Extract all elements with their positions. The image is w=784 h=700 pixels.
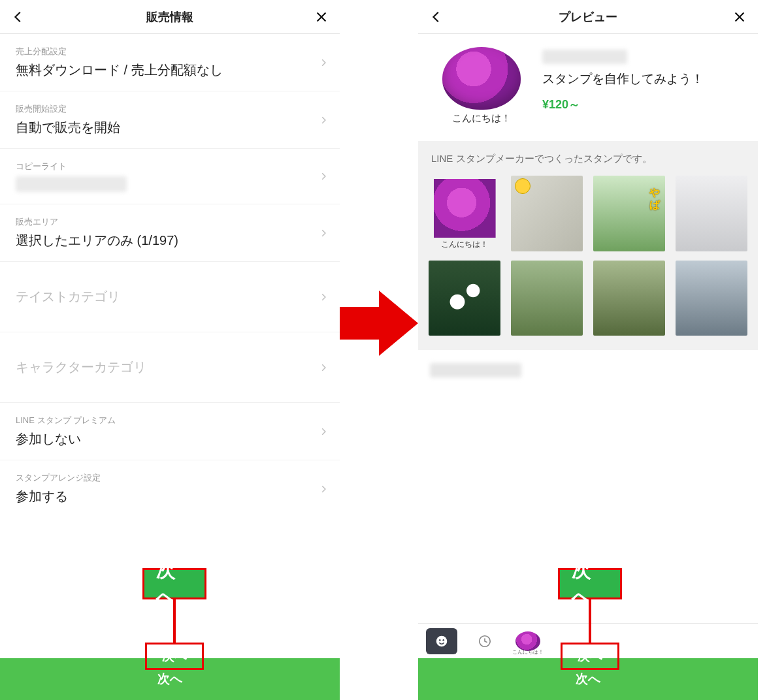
- sticker-grid: こんにちは！: [429, 176, 747, 336]
- sticker-tile[interactable]: [511, 176, 583, 251]
- sticker-tile[interactable]: [511, 261, 583, 336]
- redacted-author: [542, 50, 627, 64]
- chevron-right-icon: [319, 229, 328, 238]
- row-sales-area[interactable]: 販売エリア 選択したエリアのみ (1/197): [0, 204, 340, 262]
- row-copyright[interactable]: コピーライト: [0, 149, 340, 204]
- tab-caption: こんにちは！: [512, 648, 544, 656]
- row-label: LINE スタンプ プレミアム: [16, 415, 325, 426]
- tile-caption: こんにちは！: [441, 239, 488, 251]
- row-revenue-share[interactable]: 売上分配設定 無料ダウンロード / 売上分配額なし: [0, 34, 340, 91]
- svg-point-5: [436, 635, 448, 646]
- row-label: コピーライト: [16, 161, 325, 172]
- pack-price: ¥120～: [542, 97, 745, 112]
- sticker-tile[interactable]: こんにちは！: [429, 176, 500, 251]
- arrow-icon: [340, 287, 418, 359]
- annotation-next-small-right: 次へ: [561, 643, 619, 670]
- preview-header: こんにちは！ スタンプを自作してみよう！ ¥120～: [418, 34, 758, 141]
- row-value: 参加する: [16, 488, 325, 505]
- tab-this-pack[interactable]: こんにちは！: [512, 628, 544, 654]
- header: プレビュー: [418, 0, 758, 34]
- chevron-right-icon: [319, 427, 328, 436]
- row-label: スタンプアレンジ設定: [16, 472, 325, 484]
- next-bar-label: 次へ: [576, 671, 600, 688]
- next-bar-label: 次へ: [157, 671, 182, 688]
- flower-icon: [515, 631, 540, 651]
- header-title: 販売情報: [27, 9, 312, 25]
- sticker-tile[interactable]: [593, 261, 665, 336]
- tab-recent[interactable]: [469, 628, 500, 654]
- row-label: 販売開始設定: [16, 103, 325, 115]
- svg-marker-2: [340, 291, 418, 356]
- tab-smiley[interactable]: [426, 628, 457, 654]
- row-value: 自動で販売を開始: [16, 119, 325, 136]
- thumb-caption: こんにちは！: [452, 112, 511, 125]
- chevron-right-icon: [319, 172, 328, 181]
- row-value: キャラクターカテゴリ: [16, 358, 325, 376]
- back-icon[interactable]: [9, 8, 27, 26]
- redacted-text: [430, 363, 521, 377]
- close-icon[interactable]: [312, 8, 331, 26]
- svg-point-7: [442, 639, 444, 641]
- row-value: テイストカテゴリ: [16, 288, 325, 306]
- header-title: プレビュー: [446, 9, 730, 25]
- row-value: 選択したエリアのみ (1/197): [16, 232, 325, 249]
- sticker-tile[interactable]: [429, 261, 500, 336]
- annotation-connector-right: [589, 599, 591, 643]
- svg-point-6: [439, 639, 441, 641]
- row-character-category[interactable]: キャラクターカテゴリ: [0, 332, 340, 403]
- close-icon[interactable]: [730, 8, 749, 26]
- chevron-right-icon: [319, 58, 328, 67]
- annotation-connector-left: [173, 599, 176, 643]
- row-label: 売上分配設定: [16, 46, 325, 57]
- flower-icon: [442, 47, 521, 110]
- pack-meta: スタンプを自作してみよう！ ¥120～: [542, 47, 745, 112]
- pack-main-thumb: こんにちは！: [433, 47, 531, 132]
- annotation-text: 次へ: [578, 648, 602, 665]
- sticker-tile[interactable]: [676, 261, 747, 336]
- sticker-grid-section: LINE スタンプメーカーでつくったスタンプです。 こんにちは！: [418, 141, 758, 350]
- row-taste-category[interactable]: テイストカテゴリ: [0, 262, 340, 332]
- row-sale-start[interactable]: 販売開始設定 自動で販売を開始: [0, 91, 340, 149]
- row-stamp-arrange[interactable]: スタンプアレンジ設定 参加する: [0, 460, 340, 517]
- sticker-tile[interactable]: [676, 176, 747, 251]
- row-value: 無料ダウンロード / 売上分配額なし: [16, 61, 325, 79]
- annotation-next-big-right: 次へ: [558, 568, 622, 599]
- chevron-right-icon: [319, 116, 328, 125]
- back-icon[interactable]: [427, 8, 446, 26]
- header: 販売情報: [0, 0, 340, 34]
- grid-note: LINE スタンプメーカーでつくったスタンプです。: [431, 153, 746, 165]
- row-stamp-premium[interactable]: LINE スタンプ プレミアム 参加しない: [0, 403, 340, 460]
- chevron-right-icon: [319, 293, 328, 302]
- annotation-next-big-left: 次へ: [142, 568, 206, 599]
- chevron-right-icon: [319, 485, 328, 494]
- redacted-value: [16, 176, 127, 192]
- row-value: 参加しない: [16, 430, 325, 448]
- pack-title: スタンプを自作してみよう！: [542, 71, 745, 88]
- chevron-right-icon: [319, 363, 328, 372]
- annotation-text: 次へ: [162, 648, 187, 665]
- annotation-next-small-left: 次へ: [145, 643, 204, 670]
- sticker-tile[interactable]: [593, 176, 665, 251]
- row-label: 販売エリア: [16, 216, 325, 228]
